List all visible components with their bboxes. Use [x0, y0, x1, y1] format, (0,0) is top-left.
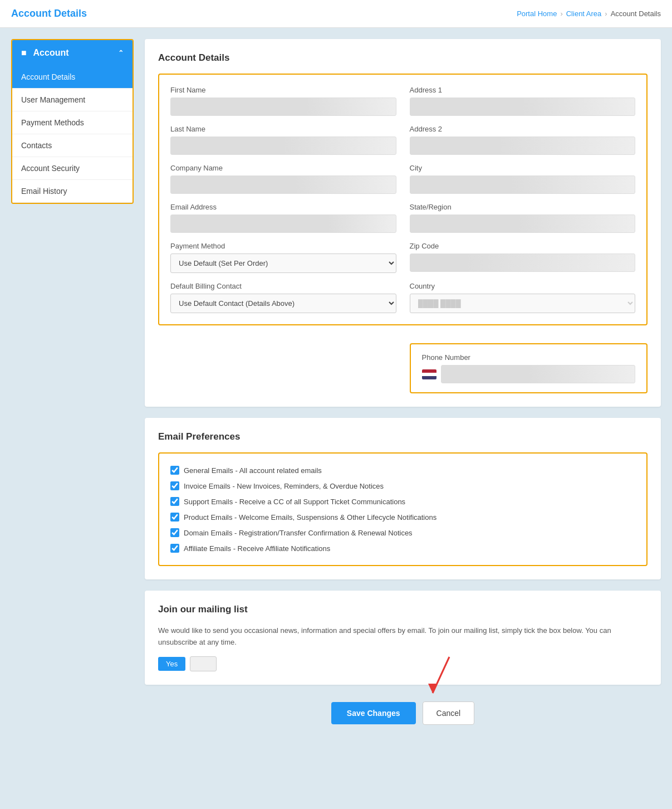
payment-method-label: Payment Method — [170, 242, 396, 250]
pref-support-label: Support Emails - Receive a CC of all Sup… — [184, 498, 405, 506]
mailing-list-toggle: Yes — [158, 656, 648, 671]
account-details-form: First Name Address 1 Last Name Address 2 — [158, 74, 648, 325]
email-label: Email Address — [170, 203, 396, 211]
city-input[interactable] — [410, 176, 636, 194]
mailing-list-no-button[interactable] — [190, 656, 217, 671]
address2-input[interactable] — [410, 137, 636, 155]
sidebar-nav: Account Details User Management Payment … — [12, 66, 133, 203]
country-select[interactable]: ████ ████ — [410, 294, 636, 313]
country-group: Country ████ ████ — [410, 282, 636, 313]
zip-label: Zip Code — [410, 242, 636, 250]
page-title: Account Details — [11, 8, 87, 20]
breadcrumb-client-area[interactable]: Client Area — [566, 9, 602, 18]
pref-support-checkbox[interactable] — [170, 497, 179, 506]
pref-general-checkbox[interactable] — [170, 466, 179, 475]
mailing-list-yes-button[interactable]: Yes — [158, 657, 185, 671]
sidebar: ■ Account ⌃ Account Details User Managem… — [11, 39, 134, 204]
cancel-button[interactable]: Cancel — [423, 701, 475, 725]
state-group: State/Region — [410, 203, 636, 233]
country-label: Country — [410, 282, 636, 290]
last-name-group: Last Name — [170, 125, 396, 155]
email-group: Email Address — [170, 203, 396, 233]
sidebar-item-contacts[interactable]: Contacts — [12, 134, 133, 157]
account-icon: ■ — [21, 48, 27, 57]
sidebar-header: ■ Account ⌃ — [12, 40, 133, 66]
pref-domain: Domain Emails - Registration/Transfer Co… — [170, 525, 635, 540]
default-billing-label: Default Billing Contact — [170, 282, 396, 290]
pref-invoice-label: Invoice Emails - New Invoices, Reminders… — [184, 482, 384, 490]
pref-invoice: Invoice Emails - New Invoices, Reminders… — [170, 478, 635, 494]
flag-icon — [422, 369, 436, 379]
phone-box: Phone Number — [410, 343, 648, 393]
pref-product: Product Emails - Welcome Emails, Suspens… — [170, 509, 635, 525]
pref-support: Support Emails - Receive a CC of all Sup… — [170, 494, 635, 509]
first-name-group: First Name — [170, 86, 396, 116]
default-billing-select[interactable]: Use Default Contact (Details Above) — [170, 294, 396, 313]
zip-group: Zip Code — [410, 242, 636, 273]
phone-input-wrapper — [422, 365, 636, 383]
sidebar-item-user-management[interactable]: User Management — [12, 89, 133, 111]
address2-group: Address 2 — [410, 125, 636, 155]
first-name-input[interactable] — [170, 98, 396, 116]
content-area: Account Details First Name Address 1 Las… — [145, 39, 661, 736]
svg-marker-1 — [428, 684, 437, 693]
sidebar-item-account-details[interactable]: Account Details — [12, 66, 133, 89]
account-details-card: Account Details First Name Address 1 Las… — [145, 39, 661, 407]
pref-affiliate: Affiliate Emails - Receive Affiliate Not… — [170, 540, 635, 556]
pref-invoice-checkbox[interactable] — [170, 481, 179, 490]
pref-affiliate-label: Affiliate Emails - Receive Affiliate Not… — [184, 544, 330, 553]
zip-input[interactable] — [410, 254, 636, 272]
city-label: City — [410, 164, 636, 172]
state-input[interactable] — [410, 215, 636, 233]
pref-domain-label: Domain Emails - Registration/Transfer Co… — [184, 529, 413, 537]
breadcrumb-portal-home[interactable]: Portal Home — [517, 9, 557, 18]
mailing-list-title: Join our mailing list — [158, 604, 648, 615]
address2-label: Address 2 — [410, 125, 636, 133]
address1-input[interactable] — [410, 98, 636, 116]
sidebar-item-payment-methods[interactable]: Payment Methods — [12, 111, 133, 134]
save-changes-button[interactable]: Save Changes — [331, 702, 416, 724]
last-name-label: Last Name — [170, 125, 396, 133]
breadcrumb: Portal Home › Client Area › Account Deta… — [517, 9, 661, 18]
state-label: State/Region — [410, 203, 636, 211]
payment-method-group: Payment Method Use Default (Set Per Orde… — [170, 242, 396, 273]
pref-domain-checkbox[interactable] — [170, 528, 179, 537]
company-name-label: Company Name — [170, 164, 396, 172]
sidebar-item-account-security[interactable]: Account Security — [12, 157, 133, 180]
breadcrumb-current: Account Details — [611, 9, 661, 18]
pref-affiliate-checkbox[interactable] — [170, 544, 179, 553]
sidebar-title: Account — [33, 48, 69, 57]
pref-product-label: Product Emails - Welcome Emails, Suspens… — [184, 513, 436, 522]
email-input[interactable] — [170, 215, 396, 233]
phone-input[interactable] — [441, 365, 636, 383]
first-name-label: First Name — [170, 86, 396, 94]
company-name-input[interactable] — [170, 176, 396, 194]
payment-method-select[interactable]: Use Default (Set Per Order) — [170, 254, 396, 273]
company-name-group: Company Name — [170, 164, 396, 194]
mailing-list-card: Join our mailing list We would like to s… — [145, 591, 661, 685]
chevron-up-icon: ⌃ — [118, 49, 124, 57]
sidebar-item-email-history[interactable]: Email History — [12, 180, 133, 203]
mailing-list-description: We would like to send you occasional new… — [158, 625, 648, 649]
pref-general: General Emails - All account related ema… — [170, 462, 635, 478]
email-preferences-title: Email Preferences — [158, 431, 648, 442]
default-billing-group: Default Billing Contact Use Default Cont… — [170, 282, 396, 313]
city-group: City — [410, 164, 636, 194]
pref-product-checkbox[interactable] — [170, 513, 179, 522]
address1-group: Address 1 — [410, 86, 636, 116]
last-name-input[interactable] — [170, 137, 396, 155]
email-preferences-box: General Emails - All account related ema… — [158, 452, 648, 566]
pref-general-label: General Emails - All account related ema… — [184, 466, 322, 475]
phone-label: Phone Number — [422, 353, 636, 362]
email-preferences-card: Email Preferences General Emails - All a… — [145, 418, 661, 579]
address1-label: Address 1 — [410, 86, 636, 94]
account-details-title: Account Details — [158, 52, 648, 64]
